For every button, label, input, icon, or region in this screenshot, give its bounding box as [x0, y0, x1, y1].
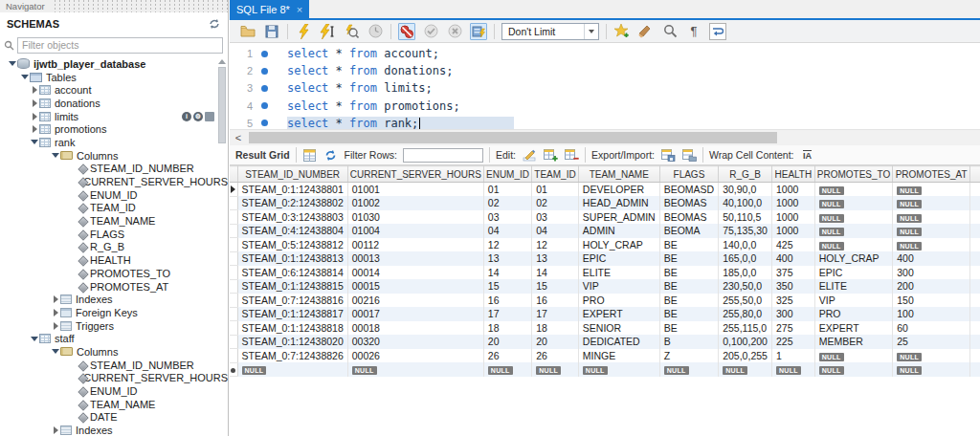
cell-steam_id_number[interactable]: STEAM_0:4:12438804 — [237, 224, 347, 238]
cell-team_id[interactable]: 20 — [532, 335, 579, 349]
row-selector[interactable] — [230, 238, 237, 252]
cell-flags[interactable]: BE — [659, 307, 719, 321]
cell-team_name[interactable]: MINGE — [578, 349, 659, 363]
cell-promotes_at[interactable]: 300 — [893, 266, 970, 280]
cell-promotes_at[interactable]: NULL — [893, 224, 970, 238]
column-header-current_server_hours[interactable]: CURRENT_SERVER_HOURS — [347, 166, 483, 183]
tree-item-team-name[interactable]: TEAM_NAME — [0, 214, 228, 228]
cell-flags[interactable]: BEOMA — [659, 224, 719, 238]
tree-item-r-g-b[interactable]: R_G_B — [0, 241, 228, 254]
cell-team_name[interactable]: NULL — [578, 362, 659, 377]
cell-promotes_to[interactable]: ELITE — [814, 279, 893, 294]
cell-health[interactable]: 350 — [771, 279, 814, 294]
scrollbar-thumb[interactable] — [218, 67, 226, 143]
row-selector[interactable] — [230, 307, 237, 321]
tree-item-triggers[interactable]: Triggers — [0, 319, 228, 333]
cell-steam_id_number[interactable]: STEAM_0:7:12438816 — [237, 294, 347, 308]
cell-health[interactable]: 375 — [771, 266, 814, 280]
expand-arrow[interactable] — [51, 295, 60, 303]
cell-flags[interactable]: BE — [659, 238, 719, 252]
cell-team_id[interactable]: 26 — [532, 349, 579, 363]
tree-item-team-id[interactable]: TEAM_ID — [0, 202, 228, 215]
invisible-characters-icon[interactable]: ¶ — [685, 23, 702, 40]
cell-enum_id[interactable]: 20 — [483, 335, 531, 349]
tree-item-health[interactable]: HEALTH — [0, 253, 228, 267]
cell-team_id[interactable]: 03 — [532, 210, 579, 225]
cell-steam_id_number[interactable]: STEAM_0:1:12438817 — [237, 307, 347, 321]
import-records-icon[interactable] — [681, 147, 697, 163]
cell-promotes_to[interactable]: NULL — [814, 183, 893, 197]
cell-team_id[interactable]: 16 — [532, 294, 579, 308]
cell-team_id[interactable]: 12 — [532, 238, 579, 252]
cell-health[interactable]: 225 — [771, 335, 814, 349]
tree-item-promotes-at[interactable]: PROMOTES_AT — [0, 280, 228, 294]
tree-item-enum-id[interactable]: ENUM_ID — [0, 188, 228, 202]
cell-promotes_at[interactable]: 60 — [893, 321, 970, 336]
cell-health[interactable]: 1000 — [771, 183, 814, 197]
cell-current_server_hours[interactable]: 00017 — [347, 307, 483, 321]
cell-current_server_hours[interactable]: 01001 — [347, 183, 483, 197]
row-selector[interactable] — [230, 279, 237, 294]
cell-team_id[interactable]: 15 — [532, 279, 579, 294]
cell-promotes_to[interactable]: PRO — [814, 307, 893, 321]
column-header-r_g_b[interactable]: R_G_B — [719, 166, 772, 183]
tree-item-date[interactable]: DATE — [0, 411, 228, 425]
cell-steam_id_number[interactable]: STEAM_0:1:12438818 — [237, 321, 347, 336]
tree-item-donations[interactable]: donations — [0, 97, 228, 110]
cell-team_name[interactable]: DEVELOPER — [578, 183, 659, 197]
cell-health[interactable]: 1000 — [771, 210, 814, 225]
cell-enum_id[interactable]: 16 — [483, 294, 531, 308]
cell-current_server_hours[interactable]: 01002 — [347, 196, 483, 210]
cell-r_g_b[interactable]: 165,0,0 — [719, 251, 772, 266]
cell-team_name[interactable]: ADMIN — [578, 224, 659, 238]
cell-team_name[interactable]: SENIOR — [578, 321, 659, 336]
info-icon[interactable]: i — [182, 112, 191, 121]
cell-promotes_to[interactable]: NULL — [814, 210, 893, 225]
chevron-down-icon[interactable] — [584, 24, 598, 39]
cell-current_server_hours[interactable]: 00014 — [347, 266, 483, 280]
cell-r_g_b[interactable]: 255,80,0 — [719, 307, 772, 321]
editor-hscrollbar[interactable]: < — [230, 129, 980, 145]
cell-steam_id_number[interactable]: STEAM_0:2:12438802 — [237, 196, 347, 210]
cell-enum_id[interactable]: 26 — [483, 349, 531, 363]
cell-health[interactable]: 1000 — [771, 224, 814, 238]
limit-rows-dropdown[interactable]: Don't Limit — [501, 23, 599, 40]
column-header-enum_id[interactable]: ENUM_ID — [483, 166, 531, 183]
tools-icon[interactable]: ⚙ — [193, 112, 203, 121]
cell-team_name[interactable]: EXPERT — [578, 307, 659, 321]
close-tab-icon[interactable]: × — [297, 4, 302, 15]
cell-promotes_at[interactable]: NULL — [893, 362, 970, 377]
cell-promotes_to[interactable]: NULL — [814, 349, 893, 363]
cell-flags[interactable]: NULL — [659, 362, 719, 377]
cell-promotes_to[interactable]: NULL — [814, 196, 893, 210]
cell-current_server_hours[interactable]: NULL — [347, 362, 483, 377]
column-header-team_id[interactable]: TEAM_ID — [532, 166, 579, 183]
cell-promotes_at[interactable]: NULL — [893, 238, 970, 252]
row-selector[interactable] — [230, 362, 237, 377]
cell-promotes_at[interactable]: NULL — [893, 210, 970, 225]
tree-item-current-server-hours[interactable]: CURRENT_SERVER_HOURS — [0, 372, 228, 385]
filter-objects-input[interactable] — [17, 37, 223, 54]
expand-arrow[interactable] — [51, 322, 60, 330]
cell-promotes_to[interactable]: EPIC — [814, 266, 893, 280]
row-selector[interactable] — [230, 183, 237, 197]
cell-steam_id_number[interactable]: STEAM_0:6:12438814 — [237, 266, 347, 280]
open-script-icon[interactable] — [239, 23, 256, 40]
cell-flags[interactable]: B — [659, 335, 719, 349]
cell-current_server_hours[interactable]: 01030 — [347, 210, 483, 225]
grid-view-icon[interactable] — [302, 147, 318, 163]
wrap-cell-content-toggle[interactable]: IA — [800, 147, 815, 163]
cell-r_g_b[interactable]: 50,110,5 — [719, 210, 772, 225]
cell-promotes_at[interactable]: NULL — [893, 183, 970, 197]
cell-current_server_hours[interactable]: 01004 — [347, 224, 483, 238]
filter-rows-input[interactable] — [403, 148, 483, 163]
tree-item-steam-id-number[interactable]: STEAM_ID_NUMBER — [0, 163, 228, 176]
column-header-team_name[interactable]: TEAM_NAME — [578, 166, 659, 183]
cell-team_id[interactable]: 04 — [532, 224, 579, 238]
tree-item-account[interactable]: account — [0, 83, 228, 97]
cell-enum_id[interactable]: 04 — [483, 224, 531, 238]
tree-item-enum-id[interactable]: ENUM_ID — [0, 384, 228, 398]
tree-item-team-name[interactable]: TEAM_NAME — [0, 398, 228, 411]
row-selector[interactable] — [230, 335, 237, 349]
cell-promotes_to[interactable]: EXPERT — [814, 321, 893, 336]
